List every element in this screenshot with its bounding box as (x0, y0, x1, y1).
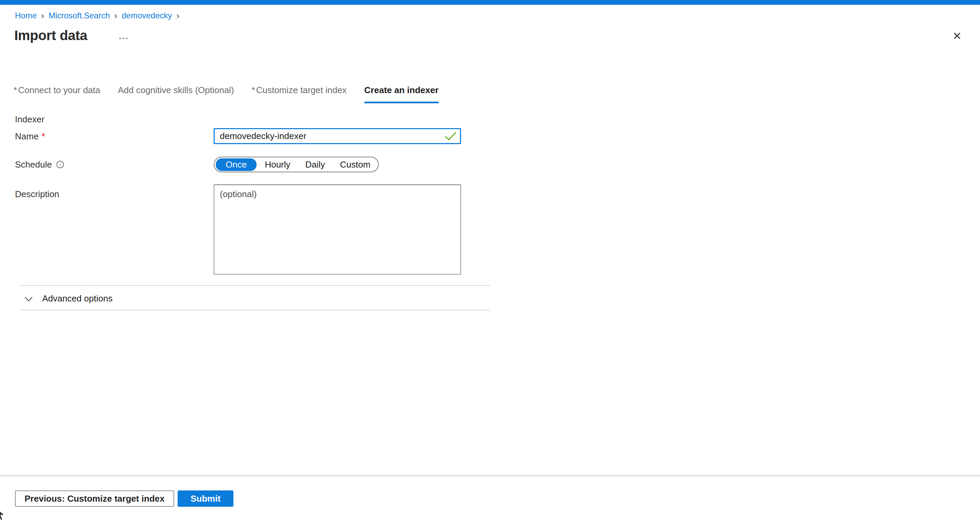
name-field-wrapper (214, 128, 461, 144)
chevron-right-icon: › (177, 11, 180, 20)
name-label: Name * (15, 131, 45, 141)
previous-step-button[interactable]: Previous: Customize target index (15, 490, 174, 507)
more-options-icon[interactable]: ⋯ (118, 32, 130, 44)
schedule-option-once[interactable]: Once (216, 159, 256, 171)
schedule-option-custom[interactable]: Custom (332, 158, 378, 171)
name-label-text: Name (15, 131, 38, 141)
required-star: * (252, 85, 255, 95)
chevron-right-icon: › (41, 11, 44, 20)
schedule-option-hourly[interactable]: Hourly (257, 158, 298, 171)
page-title: Import data (14, 28, 88, 43)
footer-divider (0, 476, 980, 476)
description-label-text: Description (15, 189, 59, 199)
schedule-segmented-control: Once Hourly Daily Custom (214, 157, 379, 172)
tab-label: Customize target index (256, 85, 347, 95)
info-icon[interactable]: i (56, 161, 64, 168)
advanced-options-label: Advanced options (42, 293, 113, 304)
divider (19, 310, 490, 310)
tab-label: Add cognitive skills (Optional) (118, 85, 234, 95)
tab-create-an-indexer[interactable]: Create an indexer (364, 85, 439, 103)
schedule-label-text: Schedule (15, 159, 52, 170)
chevron-right-icon: › (115, 11, 118, 20)
portal-top-bar (0, 0, 980, 5)
breadcrumb-link-demovedecky[interactable]: demovedecky (121, 11, 172, 21)
advanced-options-toggle[interactable]: Advanced options (21, 291, 113, 306)
tab-customize-target-index[interactable]: *Customize target index (252, 85, 347, 103)
indexer-section-title: Indexer (15, 114, 45, 125)
required-asterisk: * (41, 131, 45, 141)
indexer-name-input[interactable] (214, 128, 461, 144)
submit-button[interactable]: Submit (178, 490, 234, 507)
mouse-cursor (0, 507, 8, 520)
tab-label: Connect to your data (18, 85, 100, 95)
breadcrumb: Home › Microsoft.Search › demovedecky › (15, 11, 184, 21)
close-icon[interactable]: ✕ (953, 30, 962, 41)
required-star: * (14, 85, 17, 95)
import-data-page: Home › Microsoft.Search › demovedecky › … (0, 0, 980, 520)
schedule-label: Schedule i (15, 159, 64, 170)
breadcrumb-link-home[interactable]: Home (15, 11, 37, 21)
tab-add-cognitive-skills[interactable]: Add cognitive skills (Optional) (118, 85, 234, 103)
tab-label: Create an indexer (364, 85, 439, 95)
schedule-option-daily[interactable]: Daily (298, 158, 332, 171)
wizard-tabs: *Connect to your data Add cognitive skil… (14, 85, 439, 103)
tab-connect-to-your-data[interactable]: *Connect to your data (14, 85, 100, 103)
breadcrumb-link-microsoft-search[interactable]: Microsoft.Search (49, 11, 110, 21)
divider (19, 285, 490, 286)
description-textarea[interactable] (214, 184, 461, 274)
chevron-down-icon (24, 297, 33, 301)
description-label: Description (15, 189, 59, 199)
